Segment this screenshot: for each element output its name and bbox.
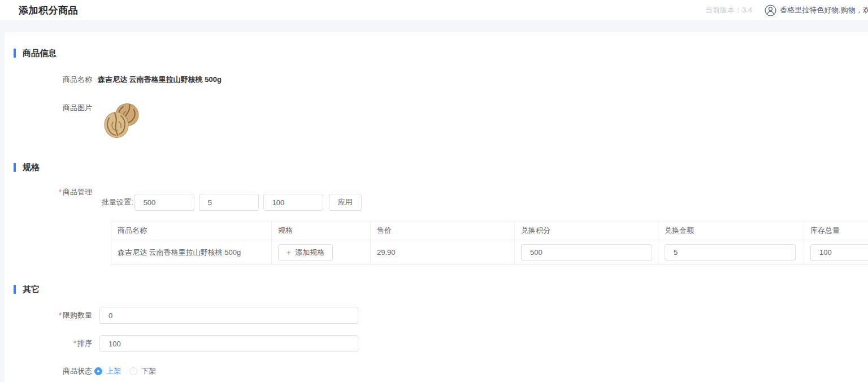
col-header-stock: 库存总量	[804, 222, 868, 240]
cell-price: 29.90	[371, 240, 515, 265]
cell-points	[515, 240, 658, 265]
batch-stock-input[interactable]	[263, 194, 323, 211]
section-title: 规格	[23, 162, 40, 173]
version-value: 3.4	[742, 6, 752, 14]
content-card: 商品信息 商品名称 森吉尼达 云南香格里拉山野核桃 500g 商品图片	[5, 32, 868, 382]
required-asterisk: *	[59, 311, 62, 319]
cell-stock	[804, 240, 868, 265]
status-off-label: 下架	[141, 366, 156, 376]
col-header-amount: 兑换金额	[658, 222, 804, 240]
version-label: 当前版本：	[705, 6, 742, 14]
col-header-spec: 规格	[272, 222, 371, 240]
section-header-product-info: 商品信息	[14, 48, 57, 58]
status-off-radio[interactable]: 下架	[129, 366, 156, 376]
product-image-row: 商品图片	[5, 101, 142, 141]
batch-amount-input[interactable]	[199, 194, 259, 211]
sort-row: *排序	[5, 335, 358, 352]
radio-on-icon	[94, 367, 102, 375]
status-on-label: 上架	[106, 366, 121, 376]
product-manage-content: 批量设置: 应用 商品名称 规格 售价 兑换积分 兑换金额	[98, 187, 868, 265]
col-header-name: 商品名称	[111, 222, 272, 240]
col-header-points: 兑换积分	[515, 222, 658, 240]
sort-label: *排序	[5, 335, 92, 352]
section-bar	[14, 49, 16, 58]
spec-table-row: 森吉尼达 云南香格里拉山野核桃 500g +添加规格 29.90	[111, 240, 868, 265]
topbar-right: 当前版本：3.4 香格里拉特色好物.购物，欢迎您	[705, 0, 868, 20]
section-title: 商品信息	[23, 48, 57, 59]
section-header-other: 其它	[14, 284, 40, 294]
batch-points-input[interactable]	[134, 194, 194, 211]
page-title: 添加积分商品	[19, 4, 78, 17]
product-image	[102, 101, 142, 141]
sort-input[interactable]	[99, 335, 358, 352]
product-status-label: 商品状态	[5, 367, 92, 376]
version-text: 当前版本：3.4	[705, 5, 752, 15]
apply-button[interactable]: 应用	[329, 194, 362, 211]
user-greeting[interactable]: 香格里拉特色好物.购物，欢迎您	[780, 5, 868, 15]
cell-product-name: 森吉尼达 云南香格里拉山野核桃 500g	[111, 240, 272, 265]
product-name-value: 森吉尼达 云南香格里拉山野核桃 500g	[98, 75, 222, 85]
exchange-points-input[interactable]	[521, 244, 652, 261]
product-image-label: 商品图片	[5, 101, 92, 113]
product-name-row: 商品名称 森吉尼达 云南香格里拉山野核桃 500g	[5, 75, 222, 85]
radio-off-icon	[129, 367, 137, 375]
cell-amount	[658, 240, 804, 265]
batch-settings-row: 批量设置: 应用	[102, 194, 868, 211]
product-manage-row: *商品管理 批量设置: 应用 商品名称 规格 售价	[5, 187, 868, 265]
stock-total-input[interactable]	[810, 244, 868, 261]
purchase-limit-label: *限购数量	[5, 307, 92, 324]
cell-spec: +添加规格	[272, 240, 371, 265]
product-status-radio-group: 上架 下架	[94, 366, 156, 376]
section-title: 其它	[23, 284, 40, 295]
exchange-amount-input[interactable]	[665, 244, 796, 261]
user-avatar-icon[interactable]	[765, 5, 776, 16]
product-status-row: 商品状态 上架 下架	[5, 366, 156, 376]
section-bar	[14, 163, 16, 172]
status-on-radio[interactable]: 上架	[94, 366, 121, 376]
topbar: 添加积分商品 当前版本：3.4 香格里拉特色好物.购物，欢迎您	[0, 0, 868, 21]
section-bar	[14, 285, 16, 294]
section-header-spec: 规格	[14, 162, 40, 172]
add-spec-button[interactable]: +添加规格	[278, 244, 333, 261]
col-header-price: 售价	[371, 222, 515, 240]
spec-table: 商品名称 规格 售价 兑换积分 兑换金额 库存总量 森吉尼达 云南香格里拉山野核…	[111, 221, 868, 265]
spec-table-header-row: 商品名称 规格 售价 兑换积分 兑换金额 库存总量	[111, 222, 868, 240]
required-asterisk: *	[73, 339, 76, 348]
plus-icon: +	[287, 249, 291, 257]
purchase-limit-input[interactable]	[99, 307, 358, 324]
batch-settings-label: 批量设置:	[102, 197, 133, 207]
purchase-limit-row: *限购数量	[5, 307, 358, 324]
product-manage-label: *商品管理	[5, 187, 92, 197]
product-name-label: 商品名称	[5, 75, 92, 85]
required-asterisk: *	[59, 188, 62, 196]
